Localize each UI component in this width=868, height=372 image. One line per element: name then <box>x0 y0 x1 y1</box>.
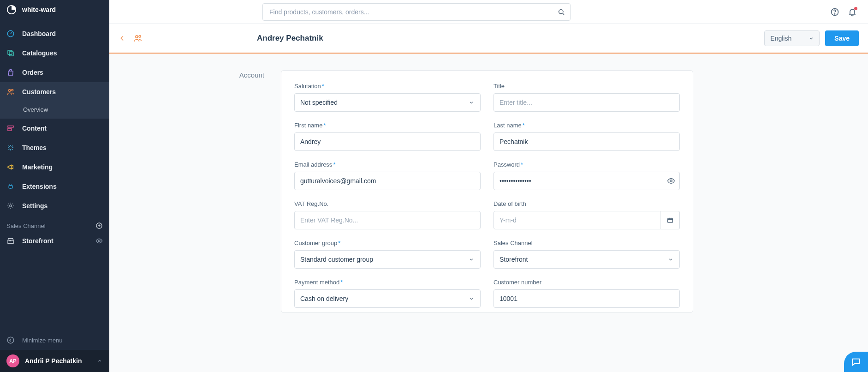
bell-icon[interactable] <box>848 7 857 17</box>
salutation-select[interactable]: Not specified <box>294 93 481 112</box>
svg-point-15 <box>834 13 835 14</box>
channel-storefront[interactable]: Storefront <box>0 232 109 250</box>
nav-label: Orders <box>22 69 43 76</box>
gear-icon <box>6 202 15 210</box>
field-customer-group: Customer group* Standard customer group <box>294 240 481 269</box>
chevron-down-icon <box>667 256 674 263</box>
nav-orders[interactable]: Orders <box>0 63 109 82</box>
customer-group-value: Standard customer group <box>300 256 373 263</box>
notification-dot <box>854 7 857 10</box>
sales-channel-value: Storefront <box>499 256 528 263</box>
svg-point-5 <box>12 89 13 91</box>
svg-rect-2 <box>8 50 12 54</box>
collapse-icon <box>6 336 15 344</box>
customer-group-select[interactable]: Standard customer group <box>294 250 481 269</box>
storefront-icon <box>6 237 15 245</box>
label-password: Password* <box>493 161 680 168</box>
nav-marketing[interactable]: Marketing <box>0 157 109 177</box>
customers-header-icon <box>133 34 143 43</box>
label-salutation: Salutation* <box>294 83 481 90</box>
label-vat: VAT Reg.No. <box>294 200 481 207</box>
chevron-down-icon <box>808 35 814 42</box>
label-first-name: First name* <box>294 122 481 129</box>
label-dob: Date of birth <box>493 200 680 207</box>
svg-point-13 <box>559 9 563 13</box>
back-icon[interactable] <box>119 35 126 42</box>
field-title: Title <box>493 83 680 112</box>
field-customer-number: Customer number <box>493 279 680 308</box>
field-dob: Date of birth <box>493 200 680 229</box>
field-vat: VAT Reg.No. <box>294 200 481 229</box>
page-header: Andrey Pechatnik English Save <box>109 24 868 54</box>
svg-point-11 <box>98 240 100 242</box>
sales-channel-header: Sales Channel <box>0 216 109 232</box>
channel-label: Storefront <box>22 237 54 245</box>
last-name-input[interactable] <box>493 132 680 151</box>
field-password: Password* <box>493 161 680 190</box>
svg-rect-3 <box>9 52 13 56</box>
add-channel-icon[interactable] <box>95 222 103 229</box>
sales-channel-select[interactable]: Storefront <box>493 250 680 269</box>
svg-point-16 <box>136 36 138 38</box>
language-value: English <box>770 35 791 42</box>
first-name-input[interactable] <box>294 132 481 151</box>
password-input[interactable] <box>493 172 680 190</box>
dob-input[interactable] <box>493 211 660 229</box>
nav-customers[interactable]: Customers <box>0 82 109 102</box>
field-salutation: Salutation* Not specified <box>294 83 481 112</box>
field-email: Email address* <box>294 161 481 190</box>
nav-settings[interactable]: Settings <box>0 196 109 216</box>
nav-label: Themes <box>22 144 47 151</box>
section-account-title: Account <box>232 70 264 79</box>
chevron-down-icon <box>468 295 475 302</box>
search-input[interactable] <box>262 3 571 21</box>
help-icon[interactable] <box>830 7 839 17</box>
sparkle-icon <box>6 144 15 152</box>
nav-catalogues[interactable]: Catalogues <box>0 43 109 63</box>
label-title: Title <box>493 83 680 90</box>
megaphone-icon <box>6 163 15 171</box>
chevron-up-icon <box>96 358 103 364</box>
user-menu[interactable]: AP Andrii P Pechatkin <box>0 350 109 372</box>
chevron-down-icon <box>468 256 475 263</box>
eye-icon[interactable] <box>95 237 103 245</box>
nav-extensions[interactable]: Extensions <box>0 177 109 196</box>
brand-name: white-ward <box>22 6 56 13</box>
svg-rect-8 <box>9 186 12 188</box>
account-card: Salutation* Not specified Title First na <box>281 70 693 313</box>
nav-themes[interactable]: Themes <box>0 138 109 157</box>
chat-fab[interactable] <box>844 352 868 372</box>
password-eye-icon[interactable] <box>667 177 675 185</box>
payment-method-select[interactable]: Cash on delivery <box>294 289 481 308</box>
search-icon[interactable] <box>558 8 565 16</box>
title-input[interactable] <box>493 93 680 112</box>
copy-icon <box>6 49 15 57</box>
content-area: Account Salutation* Not specified Title <box>109 54 868 372</box>
minimize-label: Minimize menu <box>22 337 62 344</box>
customer-number-input[interactable] <box>493 289 680 308</box>
calendar-icon[interactable] <box>660 211 680 229</box>
language-select[interactable]: English <box>764 30 820 46</box>
avatar: AP <box>6 354 19 367</box>
nav-label: Marketing <box>22 163 53 171</box>
label-payment-method: Payment method* <box>294 279 481 286</box>
email-input[interactable] <box>294 172 481 190</box>
logo-icon <box>6 5 17 15</box>
save-button[interactable]: Save <box>825 30 859 46</box>
nav-content[interactable]: Content <box>0 119 109 138</box>
user-name: Andrii P Pechatkin <box>25 357 82 365</box>
nav-dashboard[interactable]: Dashboard <box>0 24 109 43</box>
nav-customers-overview[interactable]: Overview <box>0 102 109 119</box>
svg-point-18 <box>670 180 672 182</box>
users-icon <box>6 88 15 96</box>
field-payment-method: Payment method* Cash on delivery <box>294 279 481 308</box>
nav-label: Dashboard <box>22 30 56 37</box>
svg-rect-7 <box>8 128 12 131</box>
vat-input[interactable] <box>294 211 481 229</box>
nav-label: Settings <box>22 202 48 210</box>
field-sales-channel: Sales Channel Storefront <box>493 240 680 269</box>
minimize-menu[interactable]: Minimize menu <box>0 330 109 350</box>
field-first-name: First name* <box>294 122 481 151</box>
main-nav: Dashboard Catalogues Orders Customers <box>0 24 109 216</box>
nav-label: Extensions <box>22 183 57 190</box>
